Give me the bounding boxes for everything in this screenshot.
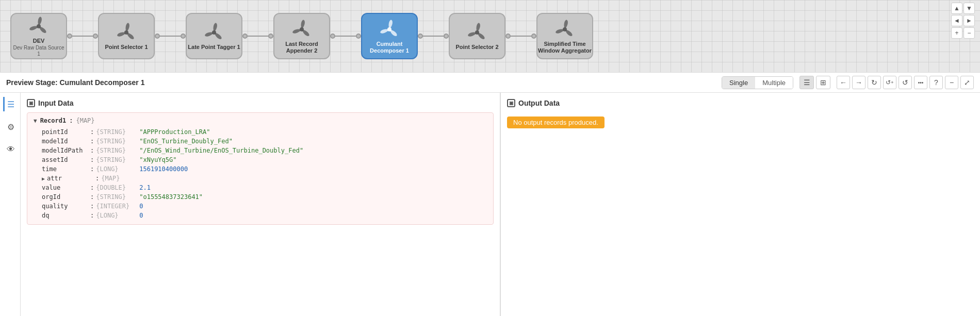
field-name-orgId: orgId: [42, 193, 88, 201]
input-panel-icon: ▣: [27, 99, 35, 107]
main-content: ☰ ⚙ 👁 ▣ Input Data ▼ Record1 : {MAP} poi…: [0, 93, 980, 316]
pipeline-node-dev[interactable]: DEVDev Raw Data Source 1: [10, 13, 67, 59]
connector-dot-left-1: [67, 34, 72, 39]
connector-5: [418, 34, 449, 39]
expand-arrow-attr: ▶: [42, 176, 45, 181]
field-type-attr: {MAP}: [101, 175, 142, 182]
field-colon-dq: :: [90, 212, 94, 219]
field-colon-modelIdPath: :: [90, 147, 94, 154]
connector-line-6: [511, 36, 531, 37]
field-row-orgId: orgId : {STRING} "o15554837323641": [34, 192, 487, 202]
more-btn[interactable]: •••: [914, 76, 927, 89]
undo-btn[interactable]: ↺: [899, 76, 912, 89]
expand-btn[interactable]: ⤢: [960, 76, 974, 89]
field-name-quality: quality: [42, 203, 88, 210]
field-colon-pointId: :: [90, 128, 94, 136]
field-type-orgId: {STRING}: [96, 193, 137, 201]
list-view-btn[interactable]: ☰: [799, 76, 814, 89]
record-fields: pointId : {STRING} "APPProduction_LRA" m…: [34, 127, 487, 220]
field-row-pointId: pointId : {STRING} "APPProduction_LRA": [34, 127, 487, 137]
no-output-badge: No output records produced.: [507, 117, 605, 128]
help-btn[interactable]: ?: [929, 76, 943, 89]
field-name-modelIdPath: modelIdPath: [42, 147, 88, 154]
connector-line-1: [72, 36, 93, 37]
node-title-cumulant-decomposer-1: Cumulant Decomposer 1: [362, 41, 417, 54]
single-btn[interactable]: Single: [722, 77, 755, 89]
connector-dot-right-3: [268, 34, 273, 39]
field-value-value: 2.1: [139, 184, 151, 191]
nav-right-btn[interactable]: ►: [963, 15, 975, 26]
connector-2: [155, 34, 186, 39]
pipeline-node-simplified-time-window[interactable]: Simplified Time Window Aggregator: [536, 13, 593, 59]
field-type-assetId: {STRING}: [96, 156, 137, 163]
field-name-time: time: [42, 165, 88, 173]
connector-3: [242, 34, 273, 39]
connector-4: [330, 34, 361, 39]
minimize-btn[interactable]: −: [945, 76, 958, 89]
node-title-point-selector-1: Point Selector 1: [105, 44, 148, 51]
field-type-modelIdPath: {STRING}: [96, 147, 137, 154]
field-value-orgId: "o15554837323641": [139, 193, 203, 201]
field-row-value: value : {DOUBLE} 2.1: [34, 183, 487, 192]
field-type-value: {DOUBLE}: [96, 184, 137, 191]
field-expandable-attr[interactable]: ▶ attr : {MAP}: [34, 174, 487, 183]
connector-dot-right-1: [93, 34, 98, 39]
node-wrapper-simplified-time-window: Simplified Time Window Aggregator: [536, 13, 593, 59]
node-title-simplified-time-window: Simplified Time Window Aggregator: [537, 41, 592, 54]
field-value-time: 1561910400000: [139, 165, 188, 173]
pipeline-node-last-record-appender-2[interactable]: Last Record Appender 2: [273, 13, 330, 59]
record-expand-icon[interactable]: ▼: [34, 118, 37, 124]
field-name-attr: attr: [47, 175, 93, 182]
prev-btn[interactable]: ←: [837, 76, 850, 89]
field-colon-quality: :: [90, 203, 94, 210]
preview-title: Preview Stage: Cumulant Decomposer 1: [6, 78, 715, 87]
field-colon-value: :: [90, 184, 94, 191]
field-value-pointId: "APPProduction_LRA": [139, 128, 210, 136]
nav-controls: ▲ ▼ ◄ ► + −: [951, 3, 975, 39]
node-title-dev: DEV: [33, 38, 45, 44]
connector-dot-right-6: [531, 34, 536, 39]
field-row-dq: dq : {LONG} 0: [34, 211, 487, 220]
field-colon-assetId: :: [90, 156, 94, 163]
pipeline-node-point-selector-1[interactable]: Point Selector 1: [98, 13, 155, 59]
preview-bar: Preview Stage: Cumulant Decomposer 1 Sin…: [0, 72, 980, 93]
field-type-time: {LONG}: [96, 165, 137, 173]
multiple-btn[interactable]: Multiple: [755, 77, 793, 89]
nav-down-btn[interactable]: ▼: [963, 3, 975, 14]
sidebar-gear-icon[interactable]: ⚙: [3, 120, 18, 134]
zoom-out-btn[interactable]: −: [963, 27, 975, 39]
field-type-dq: {LONG}: [96, 212, 137, 219]
connector-line-3: [248, 36, 268, 37]
sidebar-list-icon[interactable]: ☰: [3, 97, 18, 111]
node-wrapper-late-point-tagger-1: Late Point Tagger 1: [186, 13, 242, 59]
field-type-quality: {INTEGER}: [96, 203, 137, 210]
field-colon-modelId: :: [90, 138, 94, 145]
nav-up-btn[interactable]: ▲: [951, 3, 962, 14]
grid-view-btn[interactable]: ⊞: [816, 76, 830, 89]
output-panel-icon: ▣: [507, 99, 515, 107]
toolbar-right: ← → ↻ ↺+ ↺ ••• ? − ⤢: [837, 76, 974, 89]
connector-dot-right-5: [444, 34, 449, 39]
refresh2-btn[interactable]: ↺+: [883, 76, 896, 89]
field-row-assetId: assetId : {STRING} "xNyuYq5G": [34, 155, 487, 164]
field-colon-time: :: [90, 165, 94, 173]
node-wrapper-dev: DEVDev Raw Data Source 1: [10, 13, 67, 59]
field-colon-attr: :: [95, 175, 99, 182]
node-wrapper-last-record-appender-2: Last Record Appender 2: [273, 13, 330, 59]
field-colon-orgId: :: [90, 193, 94, 201]
refresh-btn[interactable]: ↻: [868, 76, 881, 89]
record-header: ▼ Record1 : {MAP}: [34, 117, 487, 124]
pipeline-node-point-selector-2[interactable]: Point Selector 2: [449, 13, 505, 59]
field-type-pointId: {STRING}: [96, 128, 137, 136]
pipeline-node-late-point-tagger-1[interactable]: Late Point Tagger 1: [186, 13, 242, 59]
zoom-in-btn[interactable]: +: [951, 27, 962, 39]
field-type-modelId: {STRING}: [96, 138, 137, 145]
next-btn[interactable]: →: [852, 76, 865, 89]
pipeline-node-cumulant-decomposer-1[interactable]: Cumulant Decomposer 1: [361, 13, 418, 59]
nav-left-btn[interactable]: ◄: [951, 15, 962, 26]
node-title-last-record-appender-2: Last Record Appender 2: [274, 41, 329, 54]
sidebar-eye-icon[interactable]: 👁: [3, 142, 18, 157]
node-subtitle-dev: Dev Raw Data Source 1: [11, 45, 66, 57]
node-wrapper-point-selector-2: Point Selector 2: [449, 13, 505, 59]
field-value-quality: 0: [139, 203, 143, 210]
